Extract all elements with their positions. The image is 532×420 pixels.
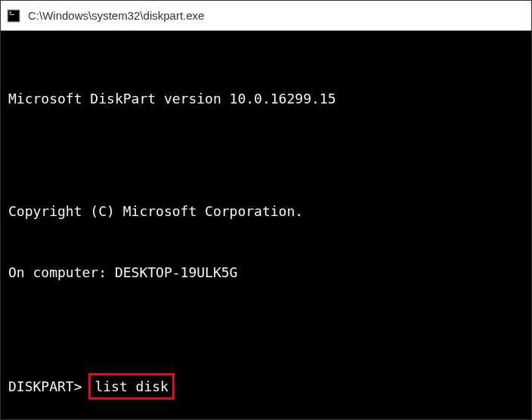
copyright-line: Copyright (C) Microsoft Corporation.	[8, 201, 524, 221]
blank-line	[8, 150, 524, 160]
cmd-list-disk: list disk	[90, 375, 173, 398]
svg-rect-1	[9, 11, 11, 13]
computer-line: On computer: DESKTOP-19ULK5G	[8, 262, 524, 283]
terminal-area[interactable]: Microsoft DiskPart version 10.0.16299.15…	[1, 31, 531, 419]
app-icon	[7, 9, 20, 23]
titlebar[interactable]: C:\Windows\system32\diskpart.exe	[1, 1, 531, 31]
blank-line	[8, 323, 524, 334]
svg-rect-2	[9, 14, 14, 14]
prompt: DISKPART>	[8, 378, 82, 394]
title-path: C:\Windows\system32\diskpart.exe	[28, 9, 204, 22]
prompt-line-1: DISKPART> list disk	[8, 375, 524, 398]
version-line: Microsoft DiskPart version 10.0.16299.15	[8, 88, 524, 109]
diskpart-window: C:\Windows\system32\diskpart.exe Microso…	[0, 0, 532, 420]
